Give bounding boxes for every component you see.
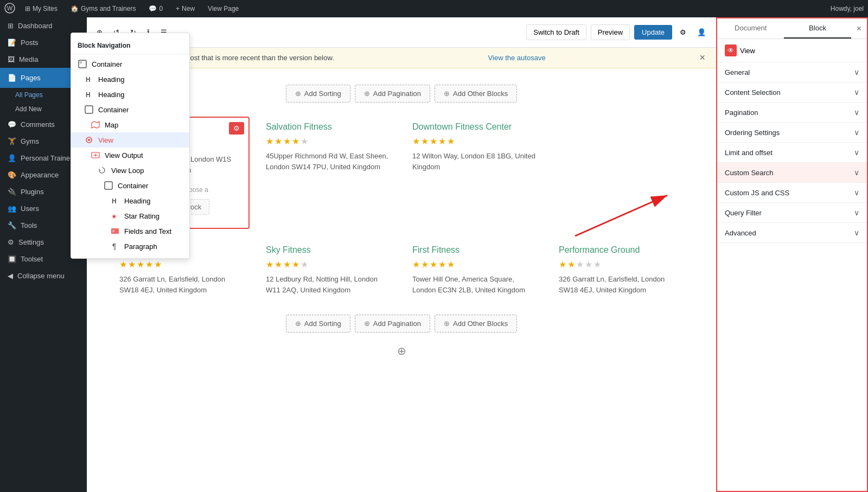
add-sorting-top-button[interactable]: ⊕ Add Sorting (286, 85, 350, 103)
nav-fields-text[interactable]: F Fields and Text (71, 223, 189, 239)
nav-paragraph[interactable]: ¶ Paragraph (71, 239, 189, 254)
toolset-icon: 🔲 (8, 255, 16, 263)
preview-button[interactable]: Preview (591, 24, 630, 40)
star-icon: ★ (137, 259, 144, 270)
star-half-icon: ★ (301, 136, 308, 146)
svg-text:H: H (86, 76, 91, 84)
gym-address: 12 Wilton Way, London E8 1BG, United Kin… (412, 151, 537, 172)
svg-text:H: H (112, 197, 117, 205)
autosave-link[interactable]: View the autosave (488, 54, 546, 62)
editor-user-button[interactable]: 👤 (694, 25, 710, 40)
featured-block-settings-button[interactable]: ⚙ (229, 122, 244, 135)
add-pagination-top-button[interactable]: ⊕ Add Pagination (355, 85, 430, 103)
nav-map[interactable]: Map (71, 117, 189, 132)
add-pagination-bottom-button[interactable]: ⊕ Add Pagination (355, 315, 430, 333)
accordion-general-header[interactable]: General ∨ (717, 62, 867, 82)
star-icon: ★ (421, 259, 429, 270)
star-empty-icon: ★ (576, 259, 584, 270)
new-content-menu[interactable]: + New (173, 5, 198, 12)
trainers-icon: 👤 (8, 154, 16, 162)
star-icon: ★ (275, 259, 282, 270)
nav-container-3[interactable]: Container (71, 178, 189, 193)
star-icon: ★ (438, 136, 446, 146)
network-icon: ⊞ (25, 5, 30, 12)
nav-view-loop[interactable]: View Loop (71, 163, 189, 178)
nav-heading-1[interactable]: H Heading (71, 72, 189, 87)
view-icon (84, 135, 94, 145)
accordion-pagination-header[interactable]: Pagination ∨ (717, 103, 867, 122)
appearance-icon: 🎨 (8, 171, 16, 179)
accordion-advanced-header[interactable]: Advanced ∨ (717, 223, 867, 242)
add-other-blocks-bottom-button[interactable]: ⊕ Add Other Blocks (435, 315, 517, 333)
panel-tabs: Document Block × (717, 18, 867, 39)
svg-point-8 (88, 139, 90, 141)
star-icon: ★ (154, 259, 162, 270)
switch-draft-button[interactable]: Switch to Draft (526, 24, 586, 40)
nav-star-rating[interactable]: ★ Star Rating (71, 208, 189, 223)
heading-icon: H (84, 90, 94, 99)
chevron-down-icon: ∨ (854, 228, 859, 237)
update-button[interactable]: Update (634, 25, 672, 40)
accordion-custom-js-css: Custom JS and CSS ∨ (717, 183, 867, 203)
gym-card: Salvation Fitness ★ ★ ★ ★ ★ 45Upper Rich… (260, 117, 396, 229)
gym-stars: ★ ★ ★ ★ ★ (266, 136, 391, 146)
chevron-down-icon: ∨ (854, 168, 859, 177)
accordion-custom-js-css-header[interactable]: Custom JS and CSS ∨ (717, 183, 867, 202)
plus-circle-icon: ⊕ (444, 320, 450, 328)
gym-name[interactable]: Sky Fitness (266, 245, 391, 255)
star-empty-icon: ★ (593, 259, 601, 270)
star-icon: ★ (266, 259, 273, 270)
site-name-menu[interactable]: 🏠 Gyms and Trainers (67, 5, 139, 12)
add-other-blocks-top-button[interactable]: ⊕ Add Other Blocks (435, 85, 517, 103)
svg-text:W: W (7, 5, 13, 11)
accordion-ordering-settings-header[interactable]: Ordering Settings ∨ (717, 123, 867, 142)
nav-heading-3[interactable]: H Heading (71, 193, 189, 208)
tab-document[interactable]: Document (717, 18, 784, 39)
nav-view-output[interactable]: View Output (71, 148, 189, 163)
paragraph-icon: ¶ (110, 241, 120, 251)
panel-close-button[interactable]: × (851, 18, 867, 39)
center-plus-icon[interactable]: ⊕ (397, 345, 406, 357)
sidebar-item-dashboard[interactable]: ⊞ Dashboard (0, 17, 87, 34)
editor-settings-button[interactable]: ⚙ (676, 25, 690, 40)
nav-view[interactable]: View (71, 132, 189, 148)
gym-name[interactable]: Performance Ground (559, 245, 684, 255)
tools-icon: 🔧 (8, 221, 16, 229)
autosave-close-button[interactable]: × (699, 52, 705, 63)
gym-name[interactable]: Salvation Fitness (266, 122, 391, 132)
chevron-down-icon: ∨ (854, 148, 859, 157)
star-icon: ★ (412, 259, 420, 270)
sidebar-collapse-menu[interactable]: ◀ Collapse menu (0, 267, 87, 284)
accordion-sections: General ∨ Content Selection ∨ Pagination… (717, 62, 867, 243)
nav-container-1[interactable]: Container (71, 56, 189, 72)
nav-heading-2[interactable]: H Heading (71, 87, 189, 102)
accordion-query-filter-header[interactable]: Query Filter ∨ (717, 203, 867, 222)
gym-card: Sky Fitness ★ ★ ★ ★ ★ 12 Ledbury Rd, Not… (260, 240, 396, 301)
chevron-down-icon: ∨ (854, 68, 859, 76)
gym-card: Performance Ground ★ ★ ★ ★ ★ 326 Garratt… (553, 240, 689, 301)
accordion-limit-offset-header[interactable]: Limit and offset ∨ (717, 143, 867, 162)
tab-block[interactable]: Block (784, 18, 851, 39)
gym-stars: ★ ★ ★ ★ ★ (412, 259, 537, 270)
view-page-link[interactable]: View Page (205, 5, 242, 12)
plus-circle-icon: ⊕ (364, 90, 370, 98)
gym-card: First Fitness ★ ★ ★ ★ ★ Tower Hill One, … (407, 240, 542, 301)
gym-name[interactable]: First Fitness (412, 245, 537, 255)
plus-circle-icon: ⊕ (295, 90, 301, 98)
panel-view-section: 👁 View (717, 39, 867, 62)
comments-menu[interactable]: 💬 0 (145, 5, 166, 12)
gym-stars: ★ ★ ★ ★ ★ (559, 259, 684, 270)
howdy-label: Howdy, joel (831, 5, 864, 12)
comments-icon: 💬 (8, 120, 16, 129)
dashboard-icon: ⊞ (8, 22, 14, 30)
my-sites-menu[interactable]: ⊞ My Sites (22, 5, 61, 12)
accordion-content-selection: Content Selection ∨ (717, 82, 867, 103)
svg-rect-3 (80, 61, 82, 63)
nav-container-2[interactable]: Container (71, 102, 189, 117)
add-sorting-bottom-button[interactable]: ⊕ Add Sorting (286, 315, 350, 333)
collapse-icon: ◀ (8, 272, 13, 280)
accordion-general: General ∨ (717, 62, 867, 82)
accordion-content-selection-header[interactable]: Content Selection ∨ (717, 82, 867, 102)
accordion-custom-search-header[interactable]: Custom Search ∨ (717, 163, 867, 182)
gym-name[interactable]: Downtown Fitness Center (412, 122, 537, 132)
